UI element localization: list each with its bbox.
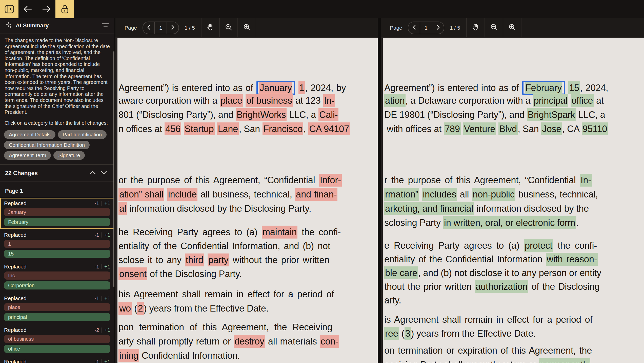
doc-text [461, 124, 463, 134]
selected-change-box[interactable]: January [256, 81, 295, 95]
added-highlight[interactable]: includes [422, 188, 457, 201]
removed-highlight[interactable]: CA 94107 [308, 122, 350, 135]
added-highlight[interactable]: Blvd [498, 122, 518, 135]
removed-highlight[interactable]: con- [320, 335, 339, 348]
added-highlight[interactable]: in written, oral, or electronic form [443, 216, 576, 229]
added-highlight[interactable]: February [525, 82, 562, 94]
change-card-header: Replaced-1+1 [4, 295, 110, 301]
expand-all-button[interactable] [98, 168, 109, 179]
doc-text: with offices at [384, 124, 444, 134]
removed-highlight[interactable]: destroy [234, 335, 265, 348]
change-card[interactable]: Replaced-1+1Inc.Corporation [0, 261, 114, 293]
change-card[interactable]: Replaced-1+1placeprincipal [0, 293, 114, 324]
change-card[interactable]: Replaced-1+1115 [0, 229, 114, 261]
added-highlight[interactable]: 95110 [582, 122, 608, 135]
added-highlight[interactable]: authorization [475, 280, 528, 293]
added-highlight[interactable]: rmation” [384, 188, 419, 201]
removed-highlight[interactable]: Cali- [318, 108, 339, 121]
next-page-button[interactable] [432, 22, 444, 34]
change-card[interactable]: Replaced-1+1 [0, 356, 114, 363]
added-highlight[interactable]: permanently [539, 358, 591, 363]
page-number-input[interactable]: 1 [420, 22, 432, 34]
change-card-header: Replaced-1+1 [4, 359, 110, 363]
removed-highlight[interactable]: third [185, 253, 204, 266]
selected-change-box[interactable]: February [522, 81, 565, 95]
forward-button[interactable] [37, 0, 55, 18]
zoom-in-button[interactable] [503, 18, 521, 37]
change-card[interactable]: Replaced-2+1of businessoffice [0, 324, 114, 356]
removed-highlight[interactable]: party [208, 253, 229, 266]
page-number-input[interactable]: 1 [154, 22, 167, 34]
added-highlight[interactable]: ree [384, 327, 399, 340]
doc-text: . [576, 217, 578, 228]
removed-highlight[interactable]: ining [118, 349, 139, 362]
added-highlight[interactable]: office [571, 94, 594, 107]
sidebar-scrollbar[interactable] [113, 51, 114, 287]
removed-pill: place [4, 303, 110, 311]
added-highlight[interactable]: ble care [384, 266, 418, 279]
added-highlight[interactable]: protect [524, 239, 553, 252]
prev-page-button[interactable] [143, 22, 154, 34]
category-chip[interactable]: Confidential Information Definition [4, 141, 90, 149]
collapse-all-button[interactable] [87, 168, 98, 179]
added-highlight[interactable]: Jose [541, 122, 562, 135]
added-highlight[interactable]: Venture [463, 122, 496, 135]
added-highlight[interactable]: 15 [568, 81, 580, 94]
removed-highlight[interactable]: maintain [262, 226, 298, 239]
pan-tool-button[interactable] [466, 18, 485, 37]
added-highlight[interactable]: principal [533, 94, 568, 107]
removed-highlight[interactable]: wo [118, 302, 132, 315]
removed-highlight[interactable]: 2 [137, 302, 144, 315]
prev-page-button[interactable] [408, 22, 420, 34]
left-tools [201, 18, 256, 37]
back-arrow-icon [23, 5, 32, 13]
back-button[interactable] [18, 0, 37, 18]
category-chip[interactable]: Agreement Term [4, 151, 51, 160]
removed-highlight[interactable]: Startup [184, 122, 215, 135]
change-type-label: Replaced [4, 264, 27, 270]
removed-highlight[interactable]: January [259, 82, 293, 94]
zoom-in-button[interactable] [237, 18, 256, 37]
added-highlight[interactable]: In- [580, 174, 592, 187]
added-highlight[interactable]: ation [384, 94, 406, 107]
filter-icon[interactable] [102, 22, 109, 29]
removed-highlight[interactable]: of business [246, 94, 293, 107]
removed-highlight[interactable]: onsent [118, 267, 147, 280]
category-chip[interactable]: Signature [53, 151, 85, 160]
removed-highlight[interactable]: 456 [165, 122, 181, 135]
pan-tool-button[interactable] [201, 18, 219, 37]
doc-text: pon termination of this Agreement, the R… [118, 322, 332, 332]
next-page-button[interactable] [167, 22, 178, 34]
removed-highlight[interactable]: ation” shall [118, 188, 164, 201]
removed-highlight[interactable]: Francisco [263, 122, 304, 135]
doc-line: he Receiving Party agrees to (a) maintai… [118, 227, 341, 238]
page-navigator: 1 [408, 22, 444, 34]
category-chips: Agreement DetailsPart IdentificationConf… [4, 130, 110, 160]
zoom-out-button[interactable] [485, 18, 503, 37]
doc-text: aware corporation with a [118, 95, 220, 106]
lock-button[interactable] [55, 0, 74, 18]
added-highlight[interactable]: non-public [472, 188, 515, 201]
removed-count-badge: -2 [94, 327, 99, 333]
chevron-left-icon [147, 25, 151, 31]
removed-highlight[interactable]: BrightWorks [236, 108, 287, 121]
removed-highlight[interactable]: include [167, 188, 198, 201]
change-card[interactable]: Replaced-1+1JanuaryFebruary [0, 198, 114, 229]
removed-highlight[interactable]: al [118, 202, 127, 215]
toggle-sidebar-button[interactable] [0, 0, 18, 18]
removed-highlight[interactable]: and finan- [295, 188, 337, 201]
added-highlight[interactable]: arketing, and financial [384, 202, 474, 215]
added-highlight[interactable]: 789 [444, 122, 461, 135]
removed-highlight[interactable]: In- [323, 94, 335, 107]
removed-highlight[interactable]: place [220, 94, 243, 107]
category-chip[interactable]: Part Identification [58, 130, 107, 139]
added-highlight[interactable]: with reason- [546, 253, 598, 266]
removed-highlight[interactable]: Lane [217, 122, 239, 135]
zoom-out-button[interactable] [219, 18, 237, 37]
doc-text: the confi- [297, 227, 341, 237]
category-chip[interactable]: Agreement Details [4, 130, 55, 139]
removed-highlight[interactable]: 1 [298, 81, 305, 94]
added-highlight[interactable]: BrightSpark [527, 108, 576, 121]
added-highlight[interactable]: 3 [405, 327, 411, 340]
removed-highlight[interactable]: Infor- [319, 174, 342, 187]
